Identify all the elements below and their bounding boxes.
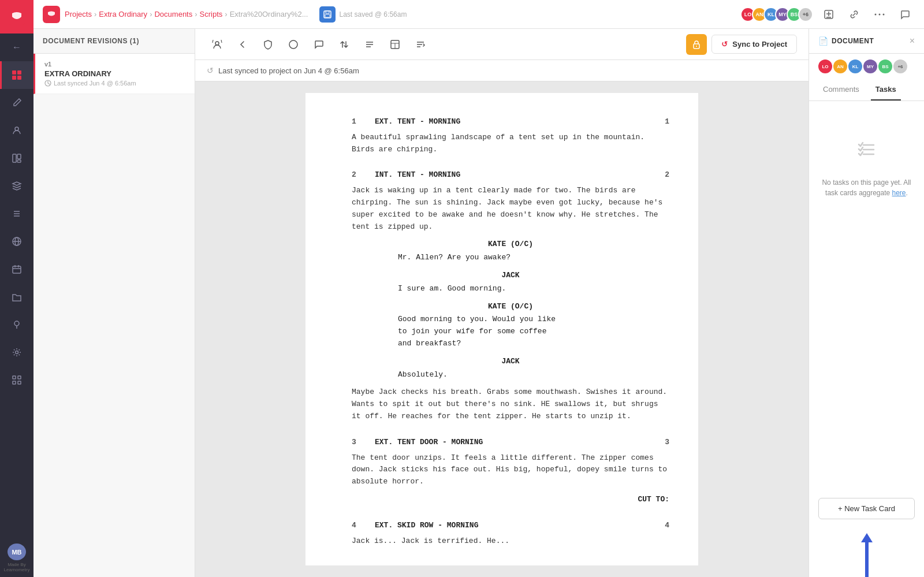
svg-point-19 [14,321,19,326]
sync-to-project-button[interactable]: ↺ Sync to Project [711,35,797,54]
circle-toolbar-btn[interactable] [283,34,304,55]
breadcrumb-extraordinary[interactable]: Extra Ordinary [99,10,147,18]
close-panel-button[interactable]: × [910,36,915,46]
sidebar-back[interactable]: ← [0,33,33,61]
scene-2-heading: INT. TENT - MORNING [369,169,652,181]
tasks-here-link[interactable]: here [892,189,906,197]
character-kate-2: KATE (O/C) [352,301,669,313]
svg-point-36 [289,40,297,49]
back-toolbar-btn[interactable] [232,34,253,55]
scene-1-number-right: 1 [652,116,669,128]
sync-label: Sync to Project [732,40,787,49]
scene-3-number-left: 3 [352,437,369,449]
tab-tasks[interactable]: Tasks [871,79,901,100]
sidebar-layers[interactable] [0,172,33,200]
character-jack-2: JACK [352,356,669,368]
right-panel-header: 📄 DOCUMENT × [809,29,924,54]
panel-tabs: Comments Tasks [809,79,924,101]
revisions-header: DOCUMENT REVISIONS (1) [33,29,195,54]
sidebar-calendar[interactable] [0,255,33,283]
tasks-empty-state: No tasks on this page yet. All task card… [809,101,924,489]
sync-icon: ↺ [721,40,728,49]
last-saved-text: Last saved @ 6:56am [339,10,407,18]
content-row: DOCUMENT REVISIONS (1) v1 EXTRA ORDINARY… [33,29,924,577]
sync-banner: ↺ Last synced to project on Jun 4 @ 6:56… [195,60,808,81]
scene-2-post-action: Maybe Jack checks his breath. Grabs some… [352,386,669,422]
document-icon: 📄 [818,36,828,46]
sidebar-grid[interactable] [0,366,33,394]
avatar-overflow: +6 [798,7,813,22]
svg-point-33 [883,13,885,15]
breadcrumb-documents[interactable]: Documents [154,10,192,18]
breadcrumb-scripts[interactable]: Scripts [200,10,223,18]
dialogue-jack-2: JACK Absolutely. [352,356,669,381]
script-area[interactable]: ↺ Last synced to project on Jun 4 @ 6:56… [195,60,808,577]
revision-title: EXTRA ORDINARY [44,69,185,78]
svg-rect-3 [12,76,16,80]
revision-item[interactable]: v1 EXTRA ORDINARY Last synced Jun 4 @ 6:… [33,54,195,94]
breadcrumb-projects[interactable]: Projects [65,10,92,18]
app-logo[interactable] [0,0,33,33]
svg-rect-23 [18,376,21,379]
sidebar-home[interactable] [0,61,33,89]
characters-toolbar-btn[interactable] [207,34,228,55]
arrow-shaft [865,542,869,577]
dialogue-kate-2-text: Good morning to you. Would you liketo jo… [398,314,623,349]
sidebar-person[interactable] [0,117,33,144]
svg-point-35 [215,42,219,45]
script-page[interactable]: 1 EXT. TENT - MORNING 1 A beautiful spra… [305,93,698,565]
collaborator-avatars: LO AN KL MY BS +6 [740,7,813,22]
sidebar-pin[interactable] [0,311,33,338]
svg-rect-25 [18,381,21,384]
panel-avatars: LO AN KL MY BS +6 [809,54,924,79]
comment-toolbar-btn[interactable] [308,34,329,55]
tab-comments[interactable]: Comments [818,79,864,100]
more-icon[interactable] [870,5,889,24]
sidebar-folder[interactable] [0,283,33,311]
sync-banner-icon: ↺ [207,66,214,75]
panel-avatar-2: AN [833,59,847,73]
scene-2: 2 INT. TENT - MORNING 2 Jack is waking u… [352,169,669,422]
scene-1-heading: EXT. TENT - MORNING [369,116,652,128]
dialogue-kate-1-text: Mr. Allen? Are you awake? [398,252,623,264]
dialogue-kate-1: KATE (O/C) Mr. Allen? Are you awake? [352,239,669,264]
right-panel-title: DOCUMENT [832,37,874,45]
right-panel: 📄 DOCUMENT × LO AN KL MY BS +6 Comments … [808,29,924,577]
arrows-toolbar-btn[interactable] [334,34,355,55]
left-sidebar: ← [0,0,33,577]
sidebar-list[interactable] [0,200,33,228]
export-icon[interactable] [819,5,839,24]
made-by-label: Made ByLearnometry [4,562,30,572]
editor-toolbar: ↺ Sync to Project [195,29,808,60]
user-avatar-sidebar[interactable]: MB Made ByLearnometry [0,544,33,577]
dialogue-kate-2: KATE (O/C) Good morning to you. Would yo… [352,301,669,350]
dialogue-jack-1: JACK I sure am. Good morning. [352,270,669,295]
sidebar-edit[interactable] [0,89,33,117]
breadcrumb: Projects › Extra Ordinary › Documents › … [65,10,308,18]
lock-button[interactable] [686,34,707,55]
link-icon[interactable] [844,5,864,24]
breadcrumb-sep-3: › [195,10,197,18]
sidebar-settings[interactable] [0,338,33,366]
scene-4-number-left: 4 [352,520,369,532]
new-task-card-button[interactable]: + New Task Card [818,498,915,519]
sync-banner-text: Last synced to project on Jun 4 @ 6:56am [218,66,359,75]
panel-avatar-4: MY [863,59,877,73]
scene-3: 3 EXT. TENT DOOR - MORNING 3 The tent do… [352,437,669,506]
text-toolbar-btn[interactable] [359,34,380,55]
scene-3-action: The tent door unzips. It feels a little … [352,452,669,488]
svg-rect-22 [13,376,16,379]
revision-version: v1 [44,61,185,68]
scene-4-heading: EXT. SKID ROW - MORNING [369,520,652,532]
sidebar-globe[interactable] [0,228,33,255]
center-panel: ↺ Sync to Project ↺ Last synced to proje… [195,29,808,577]
svg-rect-15 [13,266,21,273]
scene-2-action: Jack is waking up in a tent clearly made… [352,185,669,233]
shield-toolbar-btn[interactable] [258,34,278,55]
panel-toolbar-btn[interactable] [385,34,405,55]
save-icon [319,6,336,23]
sort-toolbar-btn[interactable] [410,34,431,55]
chat-icon[interactable] [895,5,915,24]
sidebar-board[interactable] [0,144,33,172]
svg-rect-24 [13,381,16,384]
